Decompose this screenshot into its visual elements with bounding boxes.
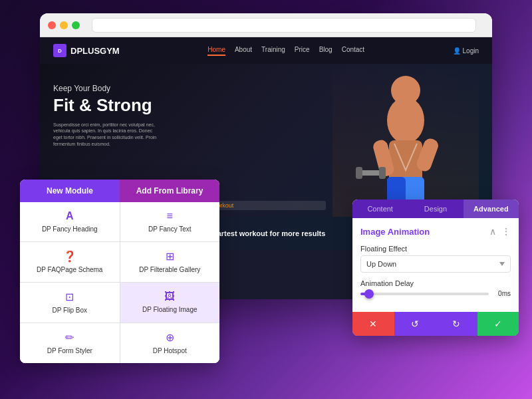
module-item-form-styler[interactable]: ✏ DP Form Styler	[20, 323, 120, 363]
workout-label: Workout	[206, 201, 326, 210]
animation-delay-slider[interactable]	[360, 293, 489, 295]
module-panel: New Module Add From Library A DP Fancy H…	[20, 180, 219, 363]
form-styler-label: DP Form Styler	[47, 346, 92, 355]
hero-text: Keep Your Body Fit & Strong Suspendisse …	[53, 84, 160, 148]
module-item-flip-box[interactable]: ⊡ DP Flip Box	[20, 283, 120, 323]
floating-effect-select[interactable]: Up Down Left Right Zoom None	[360, 255, 511, 273]
nav-logo: D DPLUSGYM	[53, 44, 120, 57]
cancel-button[interactable]: ✕	[352, 312, 394, 336]
faqpage-icon: ❓	[63, 250, 76, 263]
hero-title: Fit & Strong	[53, 96, 160, 115]
tab-content[interactable]: Content	[352, 200, 408, 218]
hero-body: Suspendisse orci enim, porttitor nec vol…	[53, 122, 160, 148]
nav-link-price[interactable]: Price	[295, 46, 310, 56]
svg-rect-9	[359, 170, 382, 176]
form-styler-icon: ✏	[65, 331, 74, 344]
logo-icon: D	[53, 44, 66, 57]
filterable-gallery-label: DP Filterable Gallery	[139, 265, 200, 274]
tab-design[interactable]: Design	[408, 200, 463, 218]
floating-effect-field: Floating Effect Up Down Left Right Zoom …	[360, 245, 511, 273]
browser-bar	[40, 13, 492, 37]
module-tabs: New Module Add From Library	[20, 180, 219, 202]
more-icon[interactable]: ⋮	[501, 226, 511, 237]
module-item-filterable-gallery[interactable]: ⊞ DP Filterable Gallery	[120, 242, 220, 282]
nav-link-blog[interactable]: Blog	[319, 46, 332, 56]
section-title: Image Animation	[360, 227, 430, 237]
module-item-hotspot[interactable]: ⊕ DP Hotspot	[120, 323, 220, 363]
dot-red[interactable]	[48, 21, 56, 29]
fancy-heading-icon: A	[66, 210, 74, 222]
tab-new-module[interactable]: New Module	[20, 180, 120, 202]
settings-panel: Content Design Advanced Image Animation …	[352, 200, 519, 336]
reset-button[interactable]: ↺	[394, 312, 436, 336]
section-controls: ∧ ⋮	[489, 226, 511, 237]
slider-row: 0ms	[360, 290, 511, 297]
floating-image-icon: 🖼	[164, 291, 175, 303]
module-item-floating-image[interactable]: 🖼 DP Floating Image	[120, 283, 220, 323]
floating-effect-label: Floating Effect	[360, 245, 511, 253]
settings-body: Image Animation ∧ ⋮ Floating Effect Up D…	[352, 218, 519, 312]
svg-point-1	[391, 76, 420, 105]
filterable-gallery-icon: ⊞	[166, 250, 174, 263]
module-grid: A DP Fancy Heading ≡ DP Fancy Text ❓ DP …	[20, 202, 219, 363]
tab-add-from-library[interactable]: Add From Library	[120, 180, 219, 202]
nav-link-about[interactable]: About	[235, 46, 252, 56]
nav-link-training[interactable]: Training	[261, 46, 285, 56]
confirm-button[interactable]: ✓	[477, 312, 519, 336]
settings-tabs: Content Design Advanced	[352, 200, 519, 218]
slider-thumb[interactable]	[364, 289, 374, 299]
flip-box-label: DP Flip Box	[52, 306, 87, 315]
floating-image-label: DP Floating Image	[142, 305, 198, 314]
dot-green[interactable]	[72, 21, 80, 29]
url-bar	[92, 18, 476, 33]
nav-link-home[interactable]: Home	[207, 46, 225, 56]
fancy-heading-label: DP Fancy Heading	[42, 225, 98, 233]
dot-yellow[interactable]	[60, 21, 68, 29]
hotspot-icon: ⊕	[166, 331, 174, 344]
faqpage-label: DP FAQPage Schema	[37, 265, 102, 274]
slider-value: 0ms	[494, 290, 511, 297]
collapse-icon[interactable]: ∧	[489, 226, 496, 237]
flip-box-icon: ⊡	[65, 291, 74, 303]
section-header: Image Animation ∧ ⋮	[360, 226, 511, 237]
fancy-text-label: DP Fancy Text	[148, 225, 192, 233]
logo-text: DPLUSGYM	[70, 46, 120, 56]
tab-advanced[interactable]: Advanced	[464, 200, 519, 218]
hero-sub-heading: Keep Your Body	[53, 84, 160, 93]
nav-login[interactable]: 👤 Login	[453, 47, 479, 55]
module-item-fancy-heading[interactable]: A DP Fancy Heading	[20, 202, 120, 241]
nav-links: Home About Training Price Blog Contact	[133, 46, 440, 56]
website-navbar: D DPLUSGYM Home About Training Price Blo…	[40, 37, 492, 64]
svg-rect-10	[356, 167, 362, 179]
nav-link-contact[interactable]: Contact	[342, 46, 364, 56]
module-item-faqpage[interactable]: ❓ DP FAQPage Schema	[20, 242, 120, 282]
animation-delay-label: Animation Delay	[360, 279, 511, 287]
svg-rect-11	[379, 167, 386, 179]
hero-bottom-text: smartest workout for more results	[207, 229, 326, 237]
animation-delay-field: Animation Delay 0ms	[360, 279, 511, 297]
settings-footer: ✕ ↺ ↻ ✓	[352, 312, 519, 336]
module-item-fancy-text[interactable]: ≡ DP Fancy Text	[120, 202, 220, 241]
fancy-text-icon: ≡	[167, 210, 173, 222]
redo-button[interactable]: ↻	[436, 312, 477, 336]
hotspot-label: DP Hotspot	[153, 346, 187, 355]
